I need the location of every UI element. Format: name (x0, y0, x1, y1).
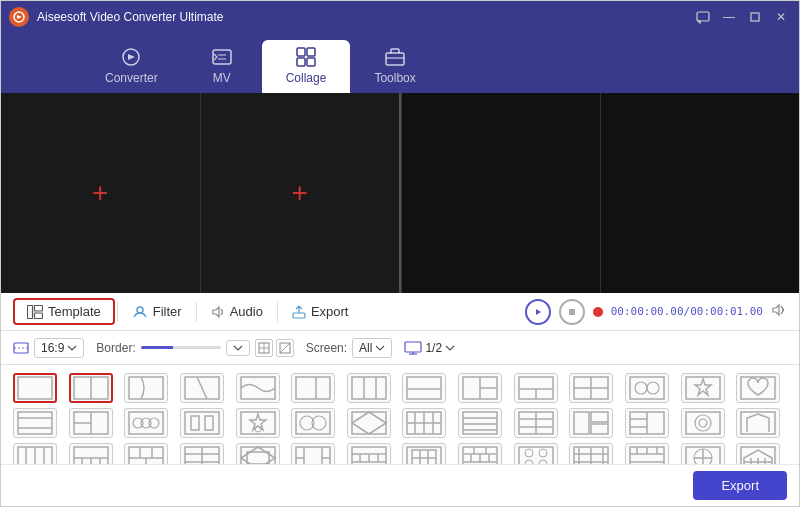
svg-point-14 (137, 307, 143, 313)
template-label: Template (48, 304, 101, 319)
tpl-item-23[interactable] (514, 408, 558, 438)
tpl-item-6[interactable] (347, 373, 391, 403)
svg-rect-64 (191, 416, 199, 430)
screen-chevron (375, 343, 385, 353)
tpl-item-20[interactable] (347, 408, 391, 438)
svg-rect-68 (296, 412, 330, 434)
tpl-item-2[interactable] (124, 373, 168, 403)
svg-rect-8 (307, 58, 315, 66)
volume-icon[interactable] (771, 303, 787, 320)
ratio-select[interactable]: 16:9 (34, 338, 84, 358)
svg-rect-12 (35, 305, 43, 311)
svg-rect-2 (751, 13, 759, 21)
play-btn[interactable] (525, 299, 551, 325)
tpl-item-25[interactable] (625, 408, 669, 438)
tpl-item-29[interactable] (69, 443, 113, 464)
tpl-item-26[interactable] (681, 408, 725, 438)
tpl-item-11[interactable] (625, 373, 669, 403)
tpl-item-3[interactable] (180, 373, 224, 403)
export-toolbar-btn[interactable]: Export (280, 300, 361, 323)
export-button[interactable]: Export (693, 471, 787, 500)
stop-btn[interactable] (559, 299, 585, 325)
tpl-item-40[interactable] (681, 443, 725, 464)
tpl-item-10[interactable] (569, 373, 613, 403)
tpl-item-31[interactable] (180, 443, 224, 464)
window-controls: — ✕ (693, 7, 791, 27)
sep-2 (196, 302, 197, 322)
tpl-item-24[interactable] (569, 408, 613, 438)
audio-btn[interactable]: Audio (199, 300, 275, 323)
tab-converter[interactable]: Converter (81, 40, 182, 93)
tab-mv[interactable]: MV (182, 40, 262, 93)
filter-label: Filter (153, 304, 182, 319)
message-btn[interactable] (693, 7, 713, 27)
sep-3 (277, 302, 278, 322)
tpl-item-7[interactable] (402, 373, 446, 403)
close-btn[interactable]: ✕ (771, 7, 791, 27)
preview-cell-1[interactable]: + (1, 93, 201, 293)
tpl-item-22[interactable] (458, 408, 502, 438)
svg-rect-7 (297, 58, 305, 66)
monitor-icon (404, 341, 422, 355)
border-diag-icon[interactable] (276, 339, 294, 357)
tpl-item-34[interactable] (347, 443, 391, 464)
tpl-item-4[interactable] (236, 373, 280, 403)
tpl-item-30[interactable] (124, 443, 168, 464)
preview-right-cell-2 (600, 93, 799, 293)
tpl-item-19[interactable] (291, 408, 335, 438)
svg-rect-1 (697, 12, 709, 21)
svg-point-140 (525, 449, 533, 457)
tpl-item-38[interactable] (569, 443, 613, 464)
svg-rect-71 (352, 412, 386, 434)
tpl-item-16[interactable] (124, 408, 168, 438)
nav-tabs: Converter MV Collage (1, 33, 799, 93)
tpl-item-9[interactable] (514, 373, 558, 403)
monitor-group[interactable]: 1/2 (404, 341, 455, 355)
tpl-item-41[interactable] (736, 443, 780, 464)
record-btn[interactable] (593, 307, 603, 317)
svg-rect-11 (28, 305, 33, 318)
tpl-item-14[interactable] (13, 408, 57, 438)
svg-rect-115 (296, 447, 330, 464)
svg-line-32 (197, 377, 207, 399)
screen-select[interactable]: All (352, 338, 392, 358)
tpl-item-5[interactable] (291, 373, 335, 403)
tpl-item-33[interactable] (291, 443, 335, 464)
tpl-item-18[interactable] (236, 408, 280, 438)
tpl-item-36[interactable] (458, 443, 502, 464)
border-dropdown[interactable] (226, 340, 250, 356)
tpl-item-0[interactable] (13, 373, 57, 403)
tpl-item-21[interactable] (402, 408, 446, 438)
template-btn[interactable]: Template (13, 298, 115, 325)
tpl-item-1[interactable] (69, 373, 113, 403)
tpl-item-15[interactable] (69, 408, 113, 438)
tpl-item-28[interactable] (13, 443, 57, 464)
tpl-item-37[interactable] (514, 443, 558, 464)
tpl-item-39[interactable] (625, 443, 669, 464)
svg-rect-36 (352, 377, 386, 399)
tpl-item-8[interactable] (458, 373, 502, 403)
tab-toolbox[interactable]: Toolbox (350, 40, 439, 93)
tab-collage[interactable]: Collage (262, 40, 351, 93)
border-grid-icon[interactable] (255, 339, 273, 357)
svg-rect-59 (129, 412, 163, 434)
minimize-btn[interactable]: — (719, 7, 739, 27)
tab-mv-label: MV (213, 71, 231, 85)
tpl-item-27[interactable] (736, 408, 780, 438)
tpl-item-32[interactable] (236, 443, 280, 464)
filter-btn[interactable]: Filter (120, 300, 194, 323)
svg-rect-17 (14, 343, 28, 353)
tpl-item-35[interactable] (402, 443, 446, 464)
maximize-btn[interactable] (745, 7, 765, 27)
toolbar: Template Filter Audio (1, 293, 799, 331)
tpl-item-17[interactable] (180, 408, 224, 438)
tpl-item-12[interactable] (681, 373, 725, 403)
add-video-icon-2: + (292, 179, 308, 207)
tpl-item-13[interactable] (736, 373, 780, 403)
titlebar: Aiseesoft Video Converter Ultimate — ✕ (1, 1, 799, 33)
svg-rect-65 (205, 416, 213, 430)
svg-point-52 (647, 382, 659, 394)
svg-rect-39 (407, 377, 441, 399)
border-slider[interactable] (141, 346, 221, 349)
preview-cell-2[interactable]: + (201, 93, 400, 293)
